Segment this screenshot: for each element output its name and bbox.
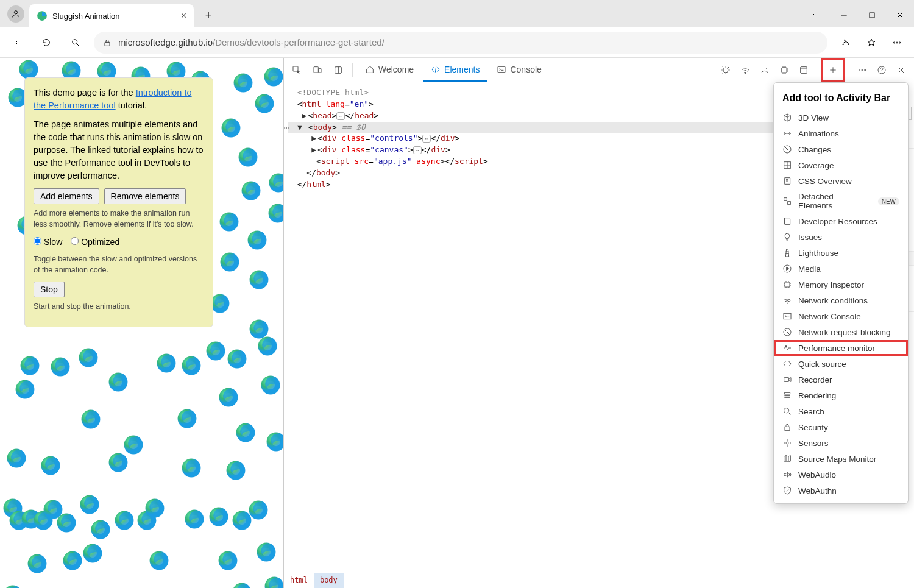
menu-item-webauthn[interactable]: WebAuthn <box>774 483 908 498</box>
animated-logo <box>1 583 24 588</box>
application-icon[interactable] <box>795 61 813 79</box>
animated-logo <box>89 518 112 541</box>
performance-icon[interactable] <box>756 61 774 79</box>
network-icon[interactable] <box>736 61 754 79</box>
book-icon <box>782 216 792 226</box>
animated-logo <box>225 347 249 370</box>
menu-item-animations[interactable]: Animations <box>774 126 908 141</box>
inspect-icon[interactable] <box>288 61 306 79</box>
menu-item-media[interactable]: Media <box>774 261 908 277</box>
slow-radio[interactable]: Slow <box>34 236 62 248</box>
minimize-button[interactable] <box>830 3 858 27</box>
menu-item-security[interactable]: Security <box>774 419 908 435</box>
svg-rect-152 <box>314 66 318 72</box>
animated-logo <box>247 268 271 291</box>
animated-logo <box>219 116 243 140</box>
menu-item-lighthouse[interactable]: Lighthouse <box>774 245 908 261</box>
menu-item-detached-elements[interactable]: Detached ElementsNEW <box>774 189 908 213</box>
favorite-icon[interactable] <box>860 32 882 54</box>
browser-tab[interactable]: Sluggish Animation × <box>29 4 194 27</box>
menu-item-source-maps-monitor[interactable]: Source Maps Monitor <box>774 451 908 467</box>
animated-logo <box>253 92 276 115</box>
animated-logo <box>180 354 203 377</box>
new-tab-button[interactable]: + <box>199 5 218 25</box>
dom-breadcrumb[interactable]: html body <box>284 573 826 588</box>
svg-rect-153 <box>319 68 321 73</box>
dom-tree[interactable]: <!DOCTYPE html> <html lang="en"> ▶<head>… <box>284 82 826 588</box>
maximize-button[interactable] <box>858 3 886 27</box>
tab-close-icon[interactable]: × <box>181 10 186 21</box>
source-icon <box>782 359 792 369</box>
stop-button[interactable]: Stop <box>34 282 65 297</box>
dock-icon[interactable] <box>329 61 347 79</box>
lighthouse-icon <box>782 248 792 258</box>
demo-info-panel: This demo page is for the Introduction t… <box>24 77 213 327</box>
help-icon[interactable] <box>873 61 891 79</box>
menu-item-recorder[interactable]: Recorder <box>774 372 908 388</box>
netcon-icon <box>782 311 792 321</box>
edge-favicon <box>37 10 48 21</box>
svg-rect-155 <box>498 66 505 72</box>
menu-item-search[interactable]: Search <box>774 403 908 419</box>
read-aloud-icon[interactable]: A <box>835 32 857 54</box>
menu-item-network-conditions[interactable]: Network conditions <box>774 292 908 308</box>
add-elements-button[interactable]: Add elements <box>34 188 99 204</box>
menu-item-3d-view[interactable]: 3D View <box>774 110 908 126</box>
svg-point-173 <box>787 303 787 303</box>
menu-item-quick-source[interactable]: Quick source <box>774 356 908 372</box>
animated-logo <box>155 352 178 375</box>
welcome-tab[interactable]: Welcome <box>358 58 421 82</box>
add-tool-button[interactable] <box>824 61 842 79</box>
back-button[interactable] <box>6 32 28 54</box>
animated-logo <box>13 378 37 401</box>
elements-tab[interactable]: Elements <box>423 58 487 82</box>
add-tool-button-highlight <box>821 58 845 82</box>
menu-item-sensors[interactable]: Sensors <box>774 435 908 451</box>
svg-point-3 <box>73 39 77 44</box>
device-icon[interactable] <box>308 61 327 79</box>
console-tab[interactable]: Console <box>489 58 548 82</box>
search-icon <box>782 406 792 416</box>
menu-item-performance-monitor[interactable]: Performance monitor <box>774 340 908 356</box>
svg-point-0 <box>14 11 17 14</box>
menu-item-webaudio[interactable]: WebAudio <box>774 467 908 483</box>
refresh-button[interactable] <box>35 32 57 54</box>
anim-icon <box>782 129 792 138</box>
svg-point-164 <box>784 133 786 135</box>
more-tools-icon[interactable] <box>853 61 871 79</box>
search-button[interactable] <box>65 32 87 54</box>
profile-icon[interactable] <box>7 5 24 23</box>
animated-logo <box>107 370 130 394</box>
close-window-button[interactable] <box>886 3 914 27</box>
optimized-radio[interactable]: Optimized <box>71 236 119 248</box>
address-bar[interactable]: microsoftedge.github.io/Demos/devtools-p… <box>94 32 827 54</box>
menu-item-rendering[interactable]: Rendering <box>774 388 908 403</box>
render-icon <box>782 391 792 400</box>
close-devtools-icon[interactable] <box>892 61 910 79</box>
menu-item-coverage[interactable]: Coverage <box>774 157 908 173</box>
animated-logo <box>180 456 203 480</box>
menu-title: Add tool to Activity Bar <box>774 88 908 110</box>
svg-rect-178 <box>785 427 790 430</box>
animated-logo <box>18 354 41 377</box>
animated-logo <box>113 509 136 532</box>
animated-logo <box>230 581 253 588</box>
menu-item-network-request-blocking[interactable]: Network request blocking <box>774 324 908 340</box>
animated-logo <box>204 339 227 363</box>
animated-logo <box>264 430 283 453</box>
browser-menu-icon[interactable] <box>886 32 908 54</box>
block-icon <box>782 327 792 337</box>
animated-logo <box>266 202 283 225</box>
menu-item-css-overview[interactable]: CSS Overview <box>774 173 908 189</box>
menu-item-changes[interactable]: Changes <box>774 141 908 157</box>
window-chevron-icon[interactable] <box>802 3 830 27</box>
menu-item-developer-resources[interactable]: Developer Resources <box>774 213 908 229</box>
menu-item-memory-inspector[interactable]: Memory Inspector <box>774 277 908 292</box>
menu-item-network-console[interactable]: Network Console <box>774 308 908 324</box>
hint-3: Start and stop the animation. <box>34 301 204 312</box>
memory-icon[interactable] <box>775 61 793 79</box>
issues-icon[interactable] <box>717 61 735 79</box>
menu-item-issues[interactable]: Issues <box>774 229 908 245</box>
remove-elements-button[interactable]: Remove elements <box>104 188 186 204</box>
media-icon <box>782 264 792 274</box>
